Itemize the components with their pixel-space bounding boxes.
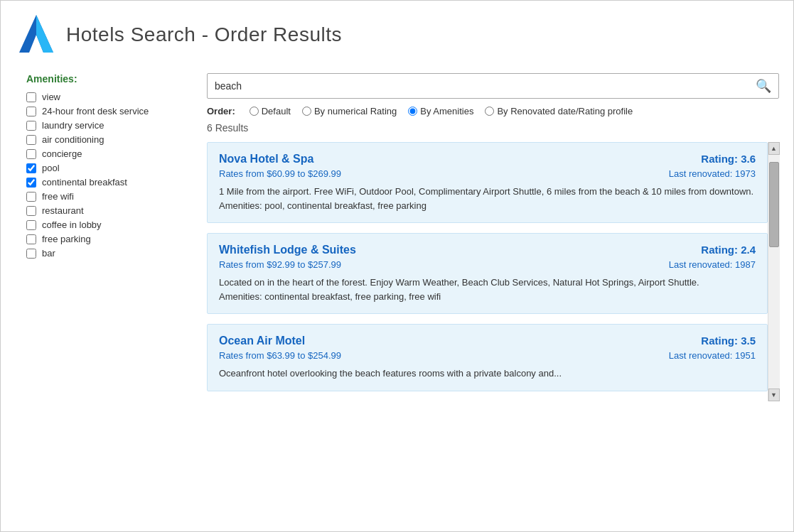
amenity-checkbox-7[interactable] — [26, 192, 36, 202]
amenity-checkbox-9[interactable] — [26, 220, 36, 230]
order-option-default-label: Default — [262, 106, 291, 116]
search-icon[interactable]: 🔍 — [756, 78, 771, 94]
amenity-item-9[interactable]: coffee in lobby — [26, 219, 178, 230]
hotel-rates-0: Rates from $60.99 to $269.99 — [219, 168, 341, 179]
amenity-item-3[interactable]: air conditioning — [26, 134, 178, 145]
hotel-name-1[interactable]: Whitefish Lodge & Suites — [219, 244, 356, 256]
amenity-label-7: free wifi — [42, 191, 74, 202]
amenity-checkbox-2[interactable] — [26, 121, 36, 131]
amenity-label-5: pool — [42, 163, 60, 173]
amenity-label-8: restaurant — [42, 205, 84, 216]
order-label: Order: — [207, 106, 235, 116]
order-option-renovated[interactable]: By Renovated date/Rating profile — [485, 106, 633, 116]
amenity-label-2: laundry service — [42, 120, 104, 131]
hotel-rating-0: Rating: 3.6 — [701, 153, 756, 165]
amenity-checkbox-11[interactable] — [26, 249, 36, 259]
order-option-numerical[interactable]: By numerical Rating — [302, 106, 397, 116]
hotel-rating-1: Rating: 2.4 — [701, 244, 756, 256]
hotel-rates-row-0: Rates from $60.99 to $269.99Last renovat… — [219, 168, 756, 179]
order-option-default[interactable]: Default — [250, 106, 291, 116]
hotel-name-2[interactable]: Ocean Air Motel — [219, 335, 305, 347]
scroll-thumb[interactable] — [769, 162, 779, 247]
hotel-header-0: Nova Hotel & SpaRating: 3.6 — [219, 153, 756, 165]
results-area: Nova Hotel & SpaRating: 3.6Rates from $6… — [207, 142, 768, 401]
svg-marker-1 — [36, 15, 53, 53]
amenity-checkbox-10[interactable] — [26, 234, 36, 244]
app-container: Hotels Search - Order Results Amenities:… — [0, 0, 794, 532]
hotel-rates-2: Rates from $63.99 to $254.99 — [219, 350, 341, 361]
amenity-label-0: view — [42, 92, 60, 102]
amenity-label-6: continental breakfast — [42, 177, 127, 188]
search-input[interactable] — [215, 80, 756, 92]
amenity-checkbox-6[interactable] — [26, 178, 36, 188]
amenity-item-8[interactable]: restaurant — [26, 205, 178, 216]
hotel-description-0: 1 Mile from the airport. Free WiFi, Outd… — [219, 185, 756, 212]
amenity-label-10: free parking — [42, 234, 91, 244]
order-radio-amenities[interactable] — [408, 107, 417, 116]
scroll-track — [768, 155, 780, 389]
scroll-down-arrow[interactable]: ▼ — [768, 389, 780, 401]
main-content: Amenities: view24-hour front desk servic… — [1, 66, 793, 531]
results-and-scroll: Nova Hotel & SpaRating: 3.6Rates from $6… — [207, 142, 779, 401]
amenity-checkbox-3[interactable] — [26, 135, 36, 145]
hotel-renovated-1: Last renovated: 1987 — [669, 259, 756, 270]
hotel-rating-2: Rating: 3.5 — [701, 335, 756, 347]
sidebar: Amenities: view24-hour front desk servic… — [1, 66, 193, 531]
amenities-list: view24-hour front desk servicelaundry se… — [26, 92, 178, 259]
amenity-item-2[interactable]: laundry service — [26, 120, 178, 131]
amenity-item-5[interactable]: pool — [26, 163, 178, 173]
amenity-label-1: 24-hour front desk service — [42, 106, 149, 116]
hotel-card-2: Ocean Air MotelRating: 3.5Rates from $63… — [207, 324, 768, 391]
amenity-checkbox-4[interactable] — [26, 149, 36, 159]
order-option-amenities-label: By Amenities — [420, 106, 473, 116]
hotel-card-0: Nova Hotel & SpaRating: 3.6Rates from $6… — [207, 142, 768, 223]
amenity-item-10[interactable]: free parking — [26, 234, 178, 244]
hotel-card-1: Whitefish Lodge & SuitesRating: 2.4Rates… — [207, 233, 768, 314]
order-bar: Order: Default By numerical Rating By Am… — [207, 106, 779, 116]
hotel-rates-row-1: Rates from $92.99 to $257.99Last renovat… — [219, 259, 756, 270]
amenity-checkbox-8[interactable] — [26, 206, 36, 216]
scroll-up-arrow[interactable]: ▲ — [768, 142, 780, 155]
amenities-title: Amenities: — [26, 73, 178, 85]
amenity-item-1[interactable]: 24-hour front desk service — [26, 106, 178, 116]
amenity-label-4: concierge — [42, 148, 82, 159]
order-option-amenities[interactable]: By Amenities — [408, 106, 473, 116]
hotel-header-2: Ocean Air MotelRating: 3.5 — [219, 335, 756, 347]
amenity-checkbox-0[interactable] — [26, 92, 36, 102]
amenity-item-0[interactable]: view — [26, 92, 178, 102]
hotel-renovated-0: Last renovated: 1973 — [669, 168, 756, 179]
amenity-label-9: coffee in lobby — [42, 219, 102, 230]
hotel-description-2: Oceanfront hotel overlooking the beach f… — [219, 367, 756, 381]
search-bar: 🔍 — [207, 73, 779, 99]
hotel-rates-row-2: Rates from $63.99 to $254.99Last renovat… — [219, 350, 756, 361]
results-count: 6 Results — [207, 122, 779, 134]
hotel-header-1: Whitefish Lodge & SuitesRating: 2.4 — [219, 244, 756, 256]
hotel-rates-1: Rates from $92.99 to $257.99 — [219, 259, 341, 270]
order-radio-numerical[interactable] — [302, 107, 311, 116]
hotel-name-0[interactable]: Nova Hotel & Spa — [219, 153, 313, 165]
order-radio-renovated[interactable] — [485, 107, 494, 116]
amenity-item-4[interactable]: concierge — [26, 148, 178, 159]
amenity-checkbox-5[interactable] — [26, 163, 36, 173]
amenity-item-6[interactable]: continental breakfast — [26, 177, 178, 188]
header: Hotels Search - Order Results — [1, 1, 793, 66]
amenity-item-11[interactable]: bar — [26, 248, 178, 259]
order-option-numerical-label: By numerical Rating — [314, 106, 397, 116]
hotel-description-1: Located on in the heart of the forest. E… — [219, 276, 756, 303]
amenity-checkbox-1[interactable] — [26, 107, 36, 116]
amenity-item-7[interactable]: free wifi — [26, 191, 178, 202]
right-panel: 🔍 Order: Default By numerical Rating By … — [193, 66, 793, 531]
amenity-label-11: bar — [42, 248, 55, 259]
app-logo-icon — [18, 13, 55, 56]
page-title: Hotels Search - Order Results — [66, 23, 342, 46]
hotel-renovated-2: Last renovated: 1951 — [669, 350, 756, 361]
scrollbar: ▲ ▼ — [768, 142, 779, 401]
amenity-label-3: air conditioning — [42, 134, 104, 145]
order-option-renovated-label: By Renovated date/Rating profile — [497, 106, 633, 116]
order-radio-default[interactable] — [250, 107, 259, 116]
